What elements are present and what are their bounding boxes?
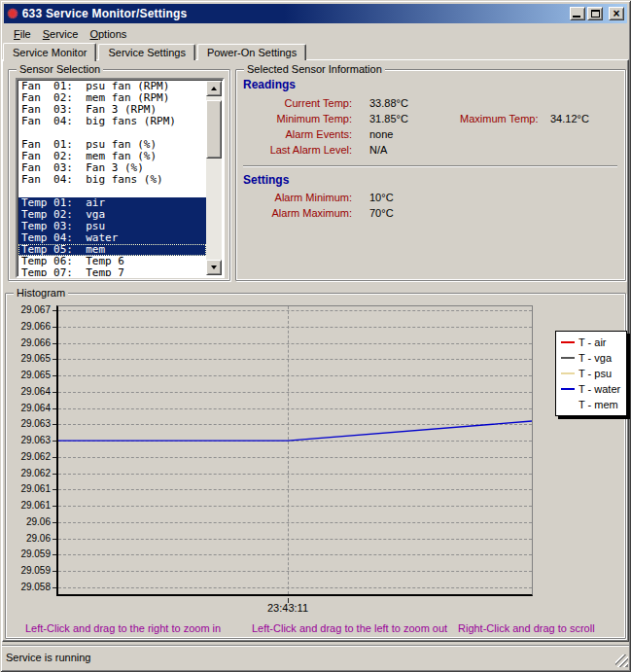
info-value: N/A <box>369 144 442 156</box>
y-tick-label: 29.058 <box>6 581 51 593</box>
y-tick-label: 29.066 <box>6 336 51 349</box>
info-value: 31.85°C <box>369 113 442 124</box>
histogram-group: Histogram 29.06729.06629.06629.06529.065… <box>5 293 626 639</box>
info-row: Alarm Events:none <box>243 126 619 142</box>
sensor-info-group: Selected Sensor Information Readings Cur… <box>235 69 626 281</box>
info-row: Minimum Temp:31.85°CMaximum Temp:34.12°C <box>243 111 619 126</box>
legend-label: T - vga <box>578 352 612 364</box>
legend-entry-t-water: T - water <box>561 381 620 397</box>
tab-service-monitor[interactable]: Service Monitor <box>3 43 96 61</box>
close-icon: × <box>613 9 619 18</box>
info-row: Alarm Maximum:70°C <box>243 205 619 221</box>
y-tick-label: 29.067 <box>6 303 51 316</box>
scroll-down-button[interactable] <box>206 260 222 275</box>
settings-rows: Alarm Minimum:10°CAlarm Maximum:70°C <box>243 190 619 221</box>
app-logo-icon: ✺ <box>7 7 18 20</box>
menu-service[interactable]: Service <box>37 27 85 41</box>
settings-heading: Settings <box>243 173 289 187</box>
list-item[interactable]: Fan 04: big fans (RPM) <box>18 116 206 127</box>
info-value: 34.12°C <box>550 113 619 124</box>
y-tick-label: 29.059 <box>6 548 51 560</box>
legend-entry-t-mem: T - mem <box>561 397 620 412</box>
info-value: 10°C <box>369 192 442 203</box>
maximize-button[interactable] <box>587 7 603 20</box>
menu-options[interactable]: Options <box>84 27 132 41</box>
chart-instruction-0: Left-Click and drag to the right to zoom… <box>25 622 221 634</box>
title-bar[interactable]: ✺ 633 Service Monitor/Settings × <box>4 4 627 23</box>
chart-plot-area[interactable] <box>56 305 533 596</box>
legend-label: T - air <box>578 336 607 348</box>
info-value: none <box>369 128 442 140</box>
info-label: Maximum Temp: <box>460 113 533 124</box>
info-label: Alarm Events: <box>243 128 352 140</box>
chart-instruction-1: Left-Click and drag to the left to zoom … <box>252 622 447 634</box>
arrow-down-icon <box>211 265 217 269</box>
chart-series-lines <box>58 306 532 594</box>
sensor-info-title: Selected Sensor Information <box>244 63 385 76</box>
y-tick-label: 29.059 <box>6 564 51 577</box>
info-value: 70°C <box>369 207 442 219</box>
y-tick-label: 29.063 <box>6 417 51 430</box>
list-item[interactable]: Fan 04: big fans (%) <box>18 174 206 186</box>
status-bar: Service is running <box>2 645 629 668</box>
y-tick-label: 29.062 <box>6 467 51 479</box>
scroll-up-button[interactable] <box>206 81 222 96</box>
y-tick-label: 29.065 <box>6 352 51 365</box>
legend-label: T - psu <box>578 368 612 379</box>
legend-line-swatch <box>561 341 575 343</box>
sensor-selection-title: Sensor Selection <box>17 63 103 76</box>
info-row: Current Temp:33.88°C <box>243 95 619 111</box>
info-value: 33.88°C <box>369 97 442 109</box>
chart-instruction-2: Right-Click and drag to scroll <box>458 622 595 634</box>
tab-service-settings[interactable]: Service Settings <box>98 44 194 60</box>
window-title: 633 Service Monitor/Settings <box>22 7 568 20</box>
legend-line-swatch <box>561 404 575 406</box>
minimize-icon <box>573 16 580 18</box>
menu-file[interactable]: File <box>8 27 37 41</box>
section-divider <box>243 165 617 167</box>
series-line-t-water <box>58 421 532 441</box>
y-tick-label: 29.066 <box>6 320 51 333</box>
close-button[interactable]: × <box>609 7 624 20</box>
legend-line-swatch <box>561 357 575 359</box>
maximize-icon <box>591 10 600 18</box>
listbox-scrollbar[interactable] <box>206 81 222 275</box>
sensor-listbox[interactable]: Fan 01: psu fan (RPM)Fan 02: mem fan (RP… <box>16 78 225 278</box>
tab-strip: Service MonitorService SettingsPower-On … <box>3 43 308 60</box>
legend-label: T - mem <box>578 399 618 410</box>
readings-rows: Current Temp:33.88°CMinimum Temp:31.85°C… <box>243 95 619 158</box>
info-label: Minimum Temp: <box>243 113 352 124</box>
info-row: Last Alarm Level:N/A <box>243 142 619 158</box>
y-tick-label: 29.061 <box>6 482 51 495</box>
info-label: Current Temp: <box>243 97 352 109</box>
tab-power-on-settings[interactable]: Power-On Settings <box>197 44 306 60</box>
y-tick-label: 29.064 <box>6 402 51 414</box>
sensor-selection-group: Sensor Selection Fan 01: psu fan (RPM)Fa… <box>8 69 230 281</box>
chart-instructions: Left-Click and drag to the right to zoom… <box>6 622 625 635</box>
legend-label: T - water <box>578 383 620 395</box>
minimize-button[interactable] <box>570 7 585 20</box>
arrow-up-icon <box>211 87 217 90</box>
app-window: ✺ 633 Service Monitor/Settings × FileSer… <box>0 0 631 672</box>
x-tick-label: 23:43:11 <box>267 602 308 614</box>
y-tick-label: 29.06 <box>6 515 51 528</box>
legend-entry-t-vga: T - vga <box>561 350 620 366</box>
sensor-list-rows: Fan 01: psu fan (RPM)Fan 02: mem fan (RP… <box>18 81 206 276</box>
resize-grip-icon[interactable] <box>615 654 628 667</box>
y-tick-label: 29.061 <box>6 499 51 512</box>
legend-entry-t-air: T - air <box>561 335 620 350</box>
histogram-title: Histogram <box>14 287 68 300</box>
legend-entry-t-psu: T - psu <box>561 366 620 381</box>
y-tick-label: 29.064 <box>6 385 51 398</box>
y-tick-label: 29.065 <box>6 369 51 381</box>
y-tick-label: 29.06 <box>6 532 51 545</box>
info-label: Alarm Maximum: <box>243 207 352 219</box>
status-text: Service is running <box>6 652 90 663</box>
list-item[interactable]: Temp 07: Temp 7 <box>18 267 206 276</box>
legend-line-swatch <box>561 388 575 390</box>
scrollbar-thumb[interactable] <box>206 100 222 159</box>
info-label: Alarm Minimum: <box>243 192 352 203</box>
y-tick-label: 29.062 <box>6 450 51 463</box>
info-label: Last Alarm Level: <box>243 144 352 156</box>
legend-line-swatch <box>561 372 575 374</box>
